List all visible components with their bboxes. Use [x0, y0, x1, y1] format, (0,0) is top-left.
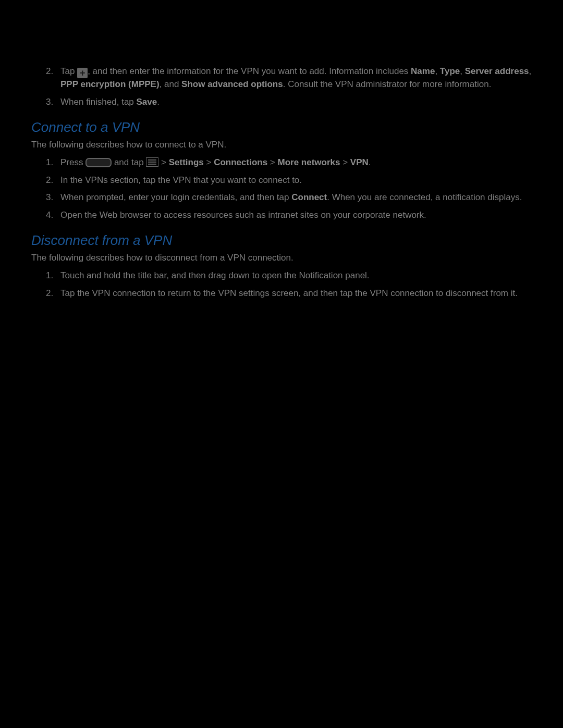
document-page: 2. Tap +, and then enter the information… [31, 0, 532, 706]
bold-save: Save [137, 97, 157, 107]
text-segment: When finished, tap [60, 97, 137, 107]
text-segment: Press [60, 157, 85, 167]
bold-more-networks: More networks [278, 157, 340, 167]
disconnect-vpn-steps: 1. Touch and hold the title bar, and the… [31, 269, 532, 300]
list-number: 1. [46, 156, 53, 169]
bold-vpn: VPN [350, 157, 369, 167]
text-segment: and tap [112, 157, 146, 167]
bold-show-advanced: Show advanced options [181, 79, 283, 89]
text-segment: Tap the VPN connection to return to the … [60, 288, 518, 298]
list-number: 3. [46, 191, 53, 204]
text-segment: In the VPNs section, tap the VPN that yo… [60, 175, 302, 185]
list-number: 4. [46, 209, 53, 221]
bold-connect: Connect [291, 192, 327, 202]
disconnect-step-1: 1. Touch and hold the title bar, and the… [31, 269, 532, 282]
text-segment: . [369, 157, 371, 167]
text-segment: , and then enter the information for the… [88, 66, 411, 76]
list-number: 2. [46, 65, 53, 78]
text-segment: > [158, 157, 168, 167]
add-vpn-steps-continued: 2. Tap +, and then enter the information… [31, 65, 532, 108]
plus-icon: + [77, 68, 88, 78]
connect-step-3: 3. When prompted, enter your login crede… [31, 191, 532, 204]
bold-settings: Settings [169, 157, 204, 167]
bold-server-address: Server address [465, 66, 529, 76]
text-segment: . Consult the VPN administrator for more… [283, 79, 492, 89]
connect-step-2: 2. In the VPNs section, tap the VPN that… [31, 174, 532, 187]
connect-step-1: 1. Press and tap > Settings > Connection… [31, 156, 532, 169]
text-segment: , [460, 66, 464, 76]
list-number: 1. [46, 269, 53, 282]
text-segment: , [529, 66, 532, 76]
text-segment: > [204, 157, 214, 167]
connect-step-4: 4. Open the Web browser to access resour… [31, 209, 532, 221]
text-segment: . [157, 97, 160, 107]
step-3-save: 3. When finished, tap Save. [31, 96, 532, 108]
text-segment: > [267, 157, 277, 167]
list-number: 3. [46, 96, 53, 108]
text-segment: . When you are connected, a notification… [327, 192, 522, 202]
text-segment: , [435, 66, 439, 76]
bold-ppp: PPP encryption (MPPE) [60, 79, 160, 89]
list-number: 2. [46, 174, 53, 187]
disconnect-step-2: 2. Tap the VPN connection to return to t… [31, 287, 532, 300]
heading-disconnect-vpn: Disconnect from a VPN [31, 231, 532, 250]
text-segment: Touch and hold the title bar, and then d… [60, 270, 370, 280]
bold-name: Name [411, 66, 435, 76]
intro-connect: The following describes how to connect t… [31, 139, 532, 151]
home-button-icon [85, 158, 112, 167]
bold-type: Type [440, 66, 460, 76]
connect-vpn-steps: 1. Press and tap > Settings > Connection… [31, 156, 532, 221]
bold-connections: Connections [214, 157, 267, 167]
text-segment: Tap [60, 66, 77, 76]
step-2-add-vpn: 2. Tap +, and then enter the information… [31, 65, 532, 91]
list-number: 2. [46, 287, 53, 300]
text-segment: Open the Web browser to access resources… [60, 210, 426, 220]
menu-icon [146, 157, 158, 167]
intro-disconnect: The following describes how to disconnec… [31, 252, 532, 264]
text-segment: When prompted, enter your login credenti… [60, 192, 291, 202]
text-segment: > [340, 157, 350, 167]
text-segment: , and [160, 79, 182, 89]
heading-connect-vpn: Connect to a VPN [31, 118, 532, 137]
